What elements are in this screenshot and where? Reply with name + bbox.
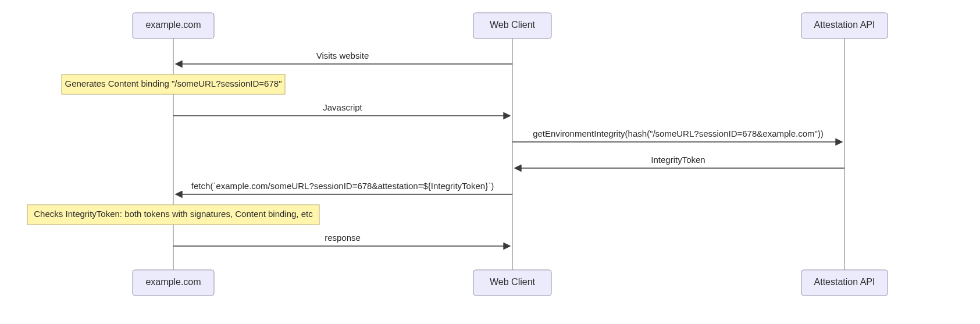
svg-text:Attestation API: Attestation API — [814, 277, 875, 287]
participant-example-top: example.com — [133, 13, 214, 38]
participant-attest-top: Attestation API — [801, 13, 888, 38]
msg-fetch: fetch(`example.com/someURL?sessionID=678… — [191, 181, 494, 191]
note-checks-token: Checks IntegrityToken: both tokens with … — [27, 205, 319, 225]
svg-text:Generates Content binding "/so: Generates Content binding "/someURL?sess… — [65, 79, 282, 88]
participant-client-top: Web Client — [473, 13, 551, 38]
msg-response: response — [325, 233, 361, 243]
svg-text:Web Client: Web Client — [490, 277, 536, 287]
msg-integrity-token: IntegrityToken — [651, 155, 705, 165]
participant-attest-bottom: Attestation API — [801, 270, 888, 295]
participant-client-bottom: Web Client — [473, 270, 551, 295]
sequence-diagram: example.com Web Client Attestation API e… — [0, 0, 980, 324]
participant-example-label: example.com — [145, 20, 201, 30]
msg-get-env-integrity: getEnvironmentIntegrity(hash("/someURL?s… — [533, 129, 824, 138]
svg-text:Checks IntegrityToken: both to: Checks IntegrityToken: both tokens with … — [34, 209, 313, 219]
participant-attest-label: Attestation API — [814, 20, 875, 30]
note-content-binding: Generates Content binding "/someURL?sess… — [62, 74, 285, 94]
msg-javascript: Javascript — [323, 102, 362, 112]
participant-client-label: Web Client — [490, 20, 536, 30]
participant-example-bottom: example.com — [133, 270, 214, 295]
svg-text:example.com: example.com — [145, 277, 201, 287]
msg-visits-website: Visits website — [316, 51, 369, 60]
